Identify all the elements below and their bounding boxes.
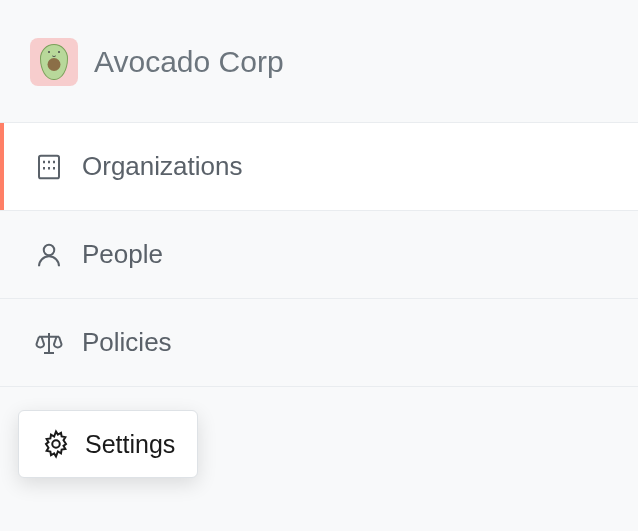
svg-point-11 — [52, 440, 60, 448]
nav-item-policies[interactable]: Policies — [0, 298, 638, 387]
nav-item-label: Policies — [82, 327, 172, 358]
nav-item-label: People — [82, 239, 163, 270]
scales-icon — [34, 328, 64, 358]
settings-popup[interactable]: Settings — [18, 410, 198, 478]
settings-label: Settings — [85, 430, 175, 459]
nav-item-people[interactable]: People — [0, 210, 638, 298]
avocado-icon — [40, 44, 68, 80]
person-icon — [34, 240, 64, 270]
nav-item-organizations[interactable]: Organizations — [0, 122, 638, 210]
svg-point-7 — [44, 244, 55, 255]
building-icon — [34, 152, 64, 182]
sidebar-nav: Organizations People Policies — [0, 122, 638, 387]
nav-item-label: Organizations — [82, 151, 242, 182]
company-name: Avocado Corp — [94, 45, 284, 79]
company-logo — [30, 38, 78, 86]
header: Avocado Corp — [0, 0, 638, 122]
gear-icon — [41, 429, 71, 459]
